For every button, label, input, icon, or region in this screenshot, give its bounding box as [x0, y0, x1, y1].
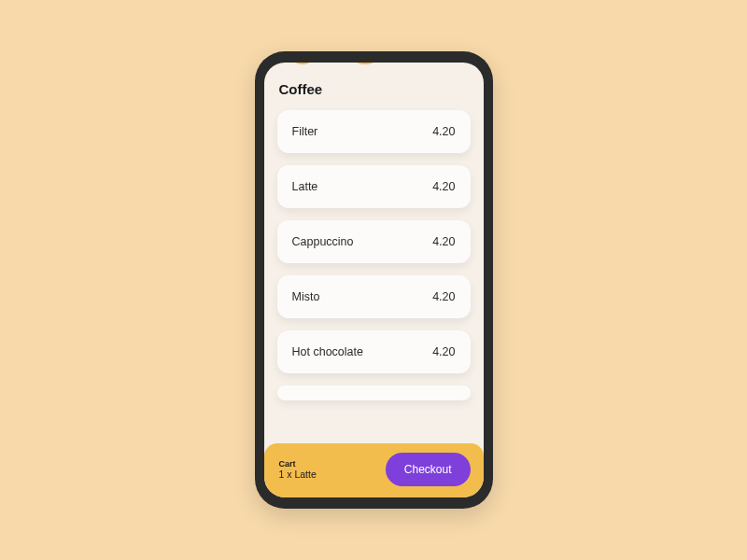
content-area: Coffee Filter 4.20 Latte 4.20 Cappuccino… — [264, 63, 484, 443]
menu-item-name: Latte — [292, 180, 318, 193]
menu-item-price: 4.20 — [432, 235, 455, 248]
menu-item-price: 4.20 — [432, 125, 455, 138]
phone-screen: Coffee Filter 4.20 Latte 4.20 Cappuccino… — [264, 63, 484, 497]
cart-summary: 1 x Latte — [279, 469, 317, 480]
checkout-button[interactable]: Checkout — [386, 453, 471, 486]
menu-item-name: Filter — [292, 125, 318, 138]
menu-item-latte[interactable]: Latte 4.20 — [277, 165, 471, 208]
menu-item-price: 4.20 — [432, 345, 455, 358]
menu-list: Filter 4.20 Latte 4.20 Cappuccino 4.20 M… — [277, 110, 471, 400]
menu-item-filter[interactable]: Filter 4.20 — [277, 110, 471, 153]
menu-item-price: 4.20 — [432, 290, 455, 303]
menu-item-price: 4.20 — [432, 180, 455, 193]
menu-item-partial[interactable] — [277, 385, 471, 400]
menu-item-name: Hot chocolate — [292, 345, 363, 358]
cart-info: Cart 1 x Latte — [279, 459, 317, 480]
menu-item-name: Misto — [292, 290, 320, 303]
page-title: Coffee — [279, 81, 471, 97]
menu-item-cappuccino[interactable]: Cappuccino 4.20 — [277, 220, 471, 263]
menu-item-hot-chocolate[interactable]: Hot chocolate 4.20 — [277, 330, 471, 373]
menu-item-misto[interactable]: Misto 4.20 — [277, 275, 471, 318]
cart-bar: Cart 1 x Latte Checkout — [264, 443, 484, 497]
menu-item-name: Cappuccino — [292, 235, 354, 248]
cart-label: Cart — [279, 459, 317, 469]
phone-frame: Coffee Filter 4.20 Latte 4.20 Cappuccino… — [255, 51, 493, 509]
